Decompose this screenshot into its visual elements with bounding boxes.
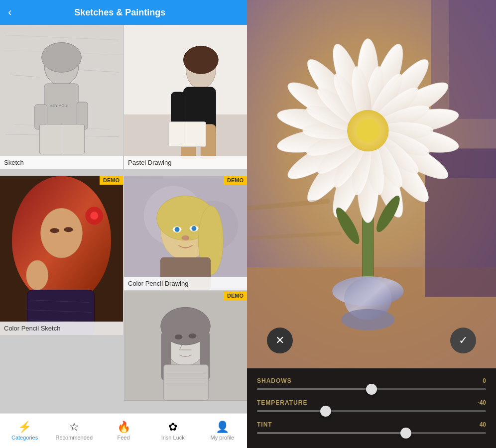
irish-luck-icon: ✿ <box>168 422 177 433</box>
page-title: Sketches & Paintings <box>17 7 222 18</box>
shadows-label: SHADOWS <box>257 377 292 384</box>
svg-point-55 <box>175 335 183 339</box>
check-icon: ✓ <box>459 334 468 347</box>
top-bar: ‹ Sketches & Paintings <box>0 0 247 25</box>
colorsketch-label: Color Pencil Sketch <box>0 322 123 335</box>
profile-label: My profile <box>211 435 235 441</box>
photo-preview: ✕ ✓ <box>247 0 496 368</box>
filter-cell-color-pencil-drawing[interactable]: DEMO <box>124 176 247 290</box>
tint-fill <box>257 432 406 434</box>
svg-point-5 <box>42 42 82 72</box>
temperature-label: TEMPERATURE <box>257 399 307 406</box>
svg-rect-63 <box>449 0 496 119</box>
shadows-slider-row: SHADOWS 0 <box>257 377 486 390</box>
svg-point-33 <box>26 260 48 290</box>
svg-point-28 <box>41 209 83 258</box>
pastel-label: Pastel Drawing <box>124 156 247 169</box>
svg-point-56 <box>188 334 196 338</box>
svg-point-48 <box>182 235 190 240</box>
demo-badge-colorsketch: DEMO <box>100 176 123 185</box>
filter-cell-pastel[interactable]: Pastel Drawing <box>124 25 247 169</box>
demo-badge-bottom-right: DEMO <box>224 291 247 300</box>
bottom-nav: ⚡ Categories ☆ Recommended 🔥 Feed ✿ Iris… <box>0 413 247 448</box>
nav-recommended[interactable]: ☆ Recommended <box>49 414 99 448</box>
svg-point-69 <box>341 309 394 331</box>
shadows-thumb[interactable] <box>366 384 377 395</box>
svg-point-47 <box>191 226 196 231</box>
recommended-label: Recommended <box>56 435 93 441</box>
recommended-icon: ☆ <box>69 422 79 433</box>
svg-point-31 <box>50 228 59 233</box>
tint-thumb[interactable] <box>400 428 411 439</box>
tint-label: TINT <box>257 421 272 428</box>
demo-badge-colorpencil: DEMO <box>224 176 247 185</box>
close-icon: ✕ <box>275 334 284 347</box>
sketch-label: Sketch <box>0 156 123 169</box>
irish-luck-label: Irish Luck <box>161 435 185 441</box>
tint-track[interactable] <box>257 432 486 434</box>
shadows-fill <box>257 388 372 390</box>
shadows-value: 0 <box>483 377 486 384</box>
temperature-track[interactable] <box>257 410 486 412</box>
nav-feed[interactable]: 🔥 Feed <box>99 414 148 448</box>
filter-cell-sketch[interactable]: HEY YOU! Sketch <box>0 25 123 169</box>
svg-rect-24 <box>169 122 206 147</box>
profile-icon: 👤 <box>216 422 229 433</box>
nav-categories[interactable]: ⚡ Categories <box>0 414 49 448</box>
svg-point-32 <box>64 227 73 232</box>
temperature-thumb[interactable] <box>320 406 331 417</box>
close-button[interactable]: ✕ <box>267 328 293 353</box>
nav-my-profile[interactable]: 👤 My profile <box>198 414 247 448</box>
svg-text:HEY YOU!: HEY YOU! <box>50 104 69 108</box>
categories-icon: ⚡ <box>18 422 31 433</box>
feed-label: Feed <box>117 435 129 441</box>
shadows-track[interactable] <box>257 388 486 390</box>
filter-cell-color-pencil-sketch[interactable]: DEMO <box>0 176 123 335</box>
sliders-panel: SHADOWS 0 TEMPERATURE -40 TINT 40 <box>247 368 496 448</box>
tint-value: 40 <box>480 421 486 428</box>
categories-label: Categories <box>11 435 38 441</box>
confirm-button[interactable]: ✓ <box>450 328 476 353</box>
svg-point-45 <box>175 227 180 232</box>
nav-irish-luck[interactable]: ✿ Irish Luck <box>148 414 198 448</box>
feed-icon: 🔥 <box>117 422 130 433</box>
svg-point-30 <box>90 212 98 220</box>
colorpencil-label: Color Pencil Drawing <box>124 277 247 290</box>
filter-grid: HEY YOU! Sketch <box>0 25 247 413</box>
temperature-value: -40 <box>478 399 486 406</box>
filter-cell-bottom-right[interactable]: DEMO <box>124 291 247 401</box>
temperature-fill <box>257 410 326 412</box>
left-panel: ‹ Sketches & Paintings HEY YOU! <box>0 0 247 448</box>
svg-point-19 <box>184 46 219 74</box>
back-button[interactable]: ‹ <box>8 6 11 19</box>
svg-point-107 <box>356 119 380 143</box>
tint-slider-row: TINT 40 <box>257 421 486 434</box>
svg-rect-57 <box>164 365 209 401</box>
temperature-slider-row: TEMPERATURE -40 <box>257 399 486 412</box>
right-panel: ✕ ✓ SHADOWS 0 TEMPERATURE -40 <box>247 0 496 448</box>
